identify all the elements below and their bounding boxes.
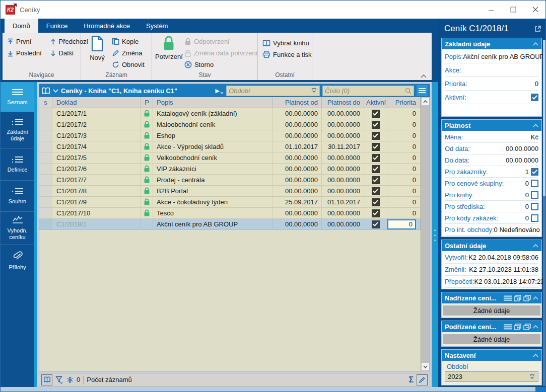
collapse-all-icon[interactable] [523, 324, 531, 330]
sidebar-item-seznam[interactable]: Seznam [1, 82, 34, 112]
hamburger-icon[interactable] [504, 295, 512, 301]
col-header-aktivni[interactable]: Aktivní [364, 97, 387, 108]
aktivni-checkbox[interactable] [372, 143, 380, 151]
section-header[interactable]: Nastavení [442, 350, 541, 361]
section-header[interactable]: Základní údaje [442, 38, 541, 49]
sidebar-item-zakladni-udaje[interactable]: Základní údaje [1, 112, 34, 148]
sidebar-item-souhrn[interactable]: Souhrn [1, 181, 34, 212]
table-row[interactable]: C1/2017/8B2B Portal00.00.000000.00.00000 [39, 186, 421, 197]
tab-system[interactable]: Systém [138, 19, 176, 33]
aktivni-checkbox[interactable] [372, 187, 380, 195]
period-filter-input[interactable]: Období [226, 86, 320, 96]
print-button[interactable]: Funkce a tisk [261, 49, 313, 60]
col-header-doklad[interactable]: Doklad [52, 97, 141, 108]
field-checkbox[interactable] [531, 191, 538, 199]
row-state-cell [39, 197, 52, 207]
detail-list-icon [12, 156, 24, 164]
aktivni-checkbox[interactable] [372, 110, 380, 118]
last-button[interactable]: Poslední [6, 47, 43, 59]
popout-icon[interactable] [534, 25, 541, 32]
sum-button[interactable]: Σ [408, 375, 414, 384]
aktivni-cell [364, 186, 387, 196]
grid-menu-button[interactable] [417, 85, 428, 96]
panel-splitter[interactable] [432, 82, 438, 388]
sidebar-item-definice[interactable]: Definice [1, 148, 34, 181]
table-row[interactable]: C1/2018/1Akční ceník pro AB GROUP00.00.0… [39, 219, 421, 230]
priorita-cell: 0 [387, 186, 421, 196]
snowflake-icon[interactable] [66, 376, 74, 383]
tab-funkce[interactable]: Funkce [38, 19, 76, 33]
section-header[interactable]: Ostatní údaje [442, 240, 541, 251]
table-row[interactable]: C1/2017/4Akce - Výprodej skladů01.10.201… [39, 141, 421, 152]
section-header[interactable]: Podřízené cení... [442, 321, 541, 332]
run-arrow-icon[interactable]: ▶ [216, 88, 224, 94]
vertical-scrollbar[interactable] [421, 97, 430, 371]
refresh-button[interactable]: Obnovit [110, 59, 146, 70]
new-label: Nový [90, 54, 105, 61]
panel-scrollbar[interactable] [543, 40, 546, 386]
col-header-platnost-do[interactable]: Platnost do [322, 97, 364, 108]
table-row[interactable]: C1/2017/10Tesco00.00.000000.00.00000 [39, 208, 421, 219]
new-button[interactable]: Nový [84, 34, 110, 71]
table-row[interactable]: C1/2017/6VIP zákazníci00.00.000000.00.00… [39, 164, 421, 175]
first-button[interactable]: První [6, 36, 43, 47]
field-checkbox[interactable] [531, 168, 538, 176]
field-checkbox[interactable] [531, 94, 538, 101]
collapse-all-icon[interactable] [523, 295, 531, 301]
aktivni-checkbox[interactable] [372, 209, 380, 217]
change-button[interactable]: Změna [110, 47, 146, 59]
chevron-down-icon[interactable] [53, 89, 58, 93]
resize-grip[interactable] [535, 387, 546, 391]
aktivni-checkbox[interactable] [372, 165, 380, 173]
col-header-p[interactable]: P [141, 97, 153, 108]
field-checkbox[interactable] [531, 203, 538, 210]
select-book-button[interactable]: Vybrat knihu [261, 37, 313, 49]
sidebar-item-prilohy[interactable]: Přílohy [1, 245, 34, 276]
scroll-down-button[interactable] [421, 362, 430, 371]
hamburger-icon[interactable] [504, 324, 512, 330]
scroll-up-button[interactable] [421, 97, 430, 106]
table-row[interactable]: C1/2017/1Katalogový ceník (základní)00.0… [39, 108, 421, 119]
aktivni-checkbox[interactable] [372, 132, 380, 140]
expand-all-icon[interactable] [514, 295, 521, 301]
table-row[interactable]: C1/2017/2Maloobchodní ceník00.00.000000.… [39, 119, 421, 130]
col-header-platnost-od[interactable]: Platnost od [272, 97, 322, 108]
edit-mode-button[interactable] [417, 374, 428, 385]
change-confirm-date-button[interactable]: Změna data potvrzení [183, 47, 259, 59]
col-header-popis[interactable]: Popis [153, 97, 272, 108]
col-header-s[interactable]: s [39, 97, 52, 108]
copy-button[interactable]: Kopie [110, 36, 146, 47]
unconfirm-button[interactable]: Odpotvrzení [183, 36, 259, 47]
field-checkbox[interactable] [531, 180, 538, 187]
table-row[interactable]: C1/2017/9Akce - čokoládový týden25.09.20… [39, 197, 421, 208]
tab-hromadne-akce[interactable]: Hromadné akce [76, 19, 138, 33]
minimize-button[interactable] [480, 1, 502, 19]
storno-button[interactable]: Storno [183, 59, 259, 70]
section-header[interactable]: Platnost [442, 120, 541, 131]
aktivni-checkbox[interactable] [372, 198, 380, 206]
maximize-button[interactable] [502, 1, 524, 19]
priorita-edit-cell[interactable]: 0 [387, 219, 416, 229]
confirm-button[interactable]: Potvrzení [155, 34, 183, 71]
aktivni-checkbox[interactable] [372, 121, 380, 129]
tab-domu[interactable]: Domů [5, 19, 38, 33]
table-row[interactable]: C1/2017/7Prodej - centrála00.00.000000.0… [39, 175, 421, 186]
table-row[interactable]: C1/2017/3Eshop00.00.000000.00.00000 [39, 130, 421, 141]
number-search-input[interactable]: Číslo (0) [322, 86, 414, 96]
close-button[interactable] [524, 1, 546, 19]
book-status-button[interactable] [41, 374, 52, 385]
expand-all-icon[interactable] [514, 324, 521, 330]
ribbon-collapse-icon[interactable] [421, 74, 427, 78]
period-select[interactable]: 2023 [445, 371, 538, 382]
lock-icon [144, 176, 150, 184]
filter-icon[interactable] [55, 376, 63, 384]
aktivni-checkbox[interactable] [372, 176, 380, 184]
section-header[interactable]: Nadřízené cení... [442, 292, 541, 303]
aktivni-checkbox[interactable] [372, 154, 380, 162]
sidebar-item-vyhodnoceni[interactable]: Vyhodn. ceníku [1, 212, 34, 245]
aktivni-checkbox[interactable] [372, 220, 380, 228]
col-header-priorita[interactable]: Priorita [387, 97, 421, 108]
field-checkbox[interactable] [531, 214, 538, 222]
table-row[interactable]: C1/2017/5Velkoobchodní ceník00.00.000000… [39, 152, 421, 164]
check-icon [373, 133, 378, 138]
